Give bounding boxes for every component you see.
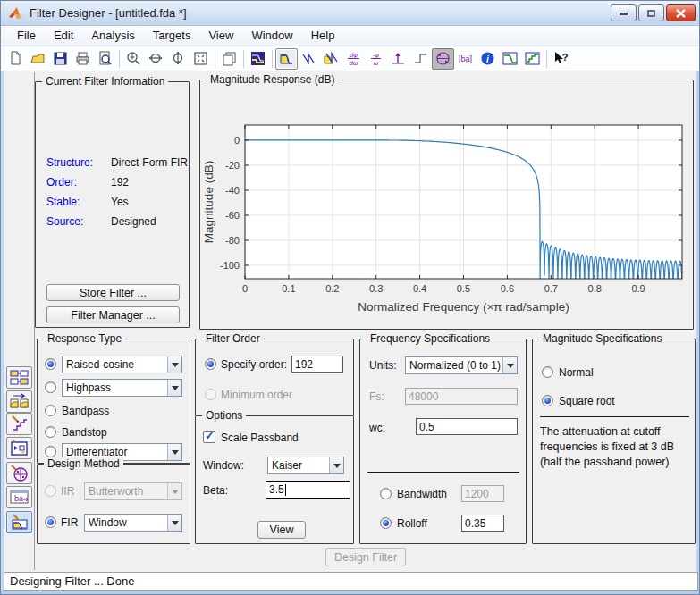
magnitude-overlay-button[interactable] bbox=[499, 48, 521, 70]
new-button[interactable] bbox=[4, 48, 27, 70]
filter-coefficients-icon: [ba] bbox=[458, 51, 473, 66]
svg-text:0.2: 0.2 bbox=[325, 283, 339, 294]
units-combo[interactable]: Normalized (0 to 1) bbox=[405, 356, 518, 374]
filter-manager-button[interactable]: Filter Manager ... bbox=[46, 306, 180, 323]
create-multirate-filter-button[interactable] bbox=[6, 366, 32, 389]
impulse-response-icon bbox=[391, 51, 406, 66]
menu-help[interactable]: Help bbox=[302, 26, 344, 46]
close-button[interactable] bbox=[666, 4, 696, 21]
menu-file[interactable]: File bbox=[8, 26, 45, 46]
magnitude-and-phase-button[interactable] bbox=[320, 48, 342, 70]
specify-order-radio[interactable] bbox=[205, 358, 216, 370]
minimum-order-label: Minimum order bbox=[221, 389, 292, 401]
window-border bbox=[1, 591, 700, 595]
phase-delay-button[interactable]: -φω bbox=[365, 48, 387, 70]
store-filter-button[interactable]: Store Filter ... bbox=[46, 284, 180, 301]
rolloff-radio[interactable] bbox=[380, 517, 392, 529]
transform-filter-button[interactable] bbox=[6, 390, 32, 413]
bandstop-radio[interactable] bbox=[45, 426, 56, 438]
print-button[interactable] bbox=[72, 48, 94, 70]
minimum-order-radio[interactable] bbox=[205, 389, 216, 400]
pole-zero-plot-button[interactable] bbox=[432, 48, 454, 70]
chevron-down-icon[interactable] bbox=[329, 457, 343, 473]
view-button[interactable]: View bbox=[257, 521, 306, 539]
impulse-response-button[interactable] bbox=[387, 48, 409, 70]
full-view-button[interactable] bbox=[190, 48, 212, 70]
window-border bbox=[1, 71, 4, 591]
phase-response-button[interactable] bbox=[298, 48, 320, 70]
stairstep-response-button[interactable] bbox=[521, 48, 544, 70]
pole-zero-editor-icon bbox=[10, 464, 29, 482]
menu-analysis[interactable]: Analysis bbox=[82, 26, 143, 46]
menu-window[interactable]: Window bbox=[242, 26, 301, 46]
print-to-figure-button[interactable] bbox=[218, 48, 240, 70]
step-response-button[interactable] bbox=[409, 48, 432, 70]
toolbar-separator bbox=[272, 50, 273, 68]
group-delay-button[interactable]: dφdω bbox=[342, 48, 365, 70]
open-button[interactable] bbox=[27, 48, 49, 70]
iir-label: IIR bbox=[61, 485, 74, 498]
chevron-down-icon[interactable] bbox=[502, 357, 517, 373]
design-filter-panel-button[interactable] bbox=[6, 511, 32, 533]
svg-text:dω: dω bbox=[350, 60, 358, 66]
fir-radio[interactable] bbox=[45, 516, 56, 528]
raised-cosine-combo[interactable]: Raised-cosine bbox=[62, 356, 182, 373]
differentiator-radio[interactable] bbox=[45, 446, 56, 457]
bandwidth-radio[interactable] bbox=[380, 488, 392, 499]
chevron-down-icon[interactable] bbox=[167, 380, 181, 396]
wc-input[interactable] bbox=[416, 418, 518, 435]
filter-order-panel: Filter Order Specify order: Minimum orde… bbox=[195, 339, 354, 415]
raised-cosine-radio[interactable] bbox=[45, 358, 56, 370]
menu-view[interactable]: View bbox=[199, 26, 242, 46]
svg-text:0.8: 0.8 bbox=[588, 283, 602, 294]
pole-zero-editor-button[interactable] bbox=[6, 462, 32, 484]
minimize-button[interactable] bbox=[611, 4, 637, 21]
svg-text:ω: ω bbox=[374, 60, 379, 66]
import-filter-button[interactable]: ba bbox=[6, 486, 32, 508]
fir-label: FIR bbox=[61, 516, 78, 529]
svg-text:0: 0 bbox=[234, 135, 240, 146]
bandpass-radio[interactable] bbox=[45, 405, 56, 416]
import-filter-icon: ba bbox=[10, 489, 29, 506]
iir-radio[interactable] bbox=[45, 485, 56, 497]
menu-targets[interactable]: Targets bbox=[144, 26, 200, 46]
save-button[interactable] bbox=[49, 48, 72, 70]
attenuation-note-line2: frequencies is fixed at 3 dB bbox=[540, 440, 674, 453]
svg-text:-80: -80 bbox=[225, 235, 240, 246]
chevron-down-icon[interactable] bbox=[167, 356, 181, 373]
menu-edit[interactable]: Edit bbox=[45, 26, 82, 46]
step-response-icon bbox=[413, 51, 428, 66]
chevron-down-icon[interactable] bbox=[167, 515, 181, 531]
fir-method-combo[interactable]: Window bbox=[84, 514, 182, 532]
zoom-in-button[interactable] bbox=[122, 48, 145, 70]
beta-input[interactable]: 3.5 bbox=[266, 481, 350, 499]
specify-order-input[interactable] bbox=[291, 356, 343, 373]
set-quantization-parameters-button[interactable] bbox=[6, 413, 32, 435]
magnitude-response-panel: Magnitude Response (dB) 00.10.20.30.40.5… bbox=[199, 80, 694, 330]
square-root-radio[interactable] bbox=[542, 395, 553, 406]
magnitude-response-button[interactable] bbox=[275, 48, 298, 70]
zoom-y-button[interactable] bbox=[167, 48, 190, 70]
restore-button[interactable] bbox=[638, 4, 664, 21]
filter-specifications-button[interactable] bbox=[247, 48, 269, 70]
scale-passband-checkbox[interactable] bbox=[203, 431, 215, 443]
design-filter-button[interactable]: Design Filter bbox=[325, 548, 406, 566]
svg-text:-φ: -φ bbox=[373, 52, 379, 59]
highpass-radio[interactable] bbox=[45, 381, 56, 393]
chevron-down-icon[interactable] bbox=[167, 444, 181, 460]
magnitude-response-chart[interactable]: 00.10.20.30.40.50.60.70.80.90-20-40-60-8… bbox=[200, 80, 693, 329]
rolloff-input[interactable] bbox=[461, 515, 504, 532]
print-preview-button[interactable] bbox=[94, 48, 116, 70]
zoom-x-button[interactable] bbox=[145, 48, 167, 70]
svg-text:-20: -20 bbox=[225, 160, 240, 171]
context-help-button[interactable]: ? bbox=[550, 48, 572, 70]
normal-radio[interactable] bbox=[542, 366, 553, 378]
window-combo[interactable]: Kaiser bbox=[267, 457, 344, 474]
titlebar[interactable]: Filter Designer - [untitled.fda *] bbox=[1, 1, 700, 26]
realize-model-button[interactable] bbox=[6, 437, 32, 459]
filter-coefficients-button[interactable]: [ba] bbox=[454, 48, 477, 70]
svg-text:-40: -40 bbox=[225, 185, 240, 196]
attenuation-note-line1: The attenuation at cutoff bbox=[540, 425, 661, 438]
filter-information-button[interactable]: i bbox=[477, 48, 499, 70]
highpass-combo[interactable]: Highpass bbox=[62, 379, 182, 397]
